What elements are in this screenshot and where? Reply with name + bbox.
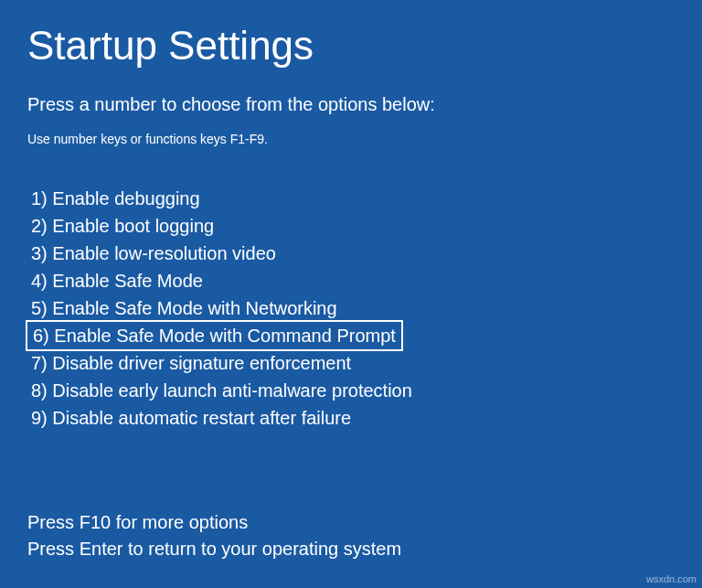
footer: Press F10 for more options Press Enter t… (27, 509, 401, 562)
option-8[interactable]: 8) Disable early launch anti-malware pro… (27, 377, 416, 404)
footer-more-options: Press F10 for more options (27, 509, 401, 536)
option-4[interactable]: 4) Enable Safe Mode (27, 267, 207, 294)
option-3[interactable]: 3) Enable low-resolution video (27, 240, 280, 267)
option-1[interactable]: 1) Enable debugging (27, 185, 204, 212)
option-2[interactable]: 2) Enable boot logging (27, 212, 218, 240)
watermark: wsxdn.com (646, 573, 697, 584)
option-6[interactable]: 6) Enable Safe Mode with Command Prompt (26, 320, 403, 351)
subtitle-text: Press a number to choose from the option… (27, 94, 675, 115)
page-title: Startup Settings (27, 23, 675, 69)
option-5[interactable]: 5) Enable Safe Mode with Networking (27, 294, 341, 322)
option-7[interactable]: 7) Disable driver signature enforcement (27, 349, 355, 377)
footer-return: Press Enter to return to your operating … (27, 536, 401, 562)
option-9[interactable]: 9) Disable automatic restart after failu… (27, 404, 355, 432)
hint-text: Use number keys or functions keys F1-F9. (27, 132, 675, 146)
options-list: 1) Enable debugging 2) Enable boot loggi… (27, 185, 675, 432)
